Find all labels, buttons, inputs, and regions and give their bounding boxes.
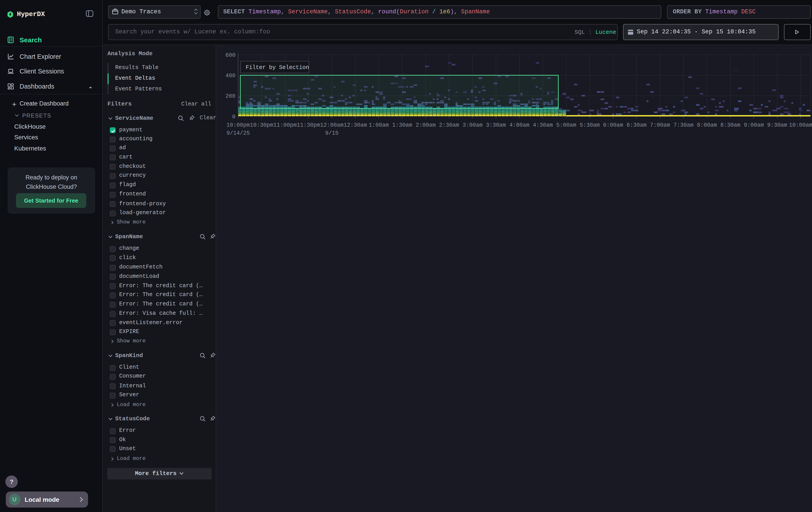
- svg-text:2:30am: 2:30am: [439, 122, 459, 129]
- svg-text:4:30am: 4:30am: [533, 122, 553, 129]
- svg-text:6:30am: 6:30am: [627, 122, 646, 129]
- svg-text:4:00am: 4:00am: [510, 122, 529, 129]
- svg-text:600: 600: [226, 52, 235, 58]
- svg-text:200: 200: [226, 93, 235, 100]
- svg-text:11:00pm: 11:00pm: [273, 122, 297, 129]
- svg-text:400: 400: [226, 73, 235, 79]
- svg-text:1:30am: 1:30am: [392, 122, 412, 129]
- svg-text:3:30am: 3:30am: [486, 122, 506, 129]
- svg-text:Filter by Selection: Filter by Selection: [246, 64, 309, 71]
- svg-text:12:00am: 12:00am: [320, 122, 344, 129]
- svg-text:12:30am: 12:30am: [344, 122, 367, 129]
- svg-text:8:30am: 8:30am: [720, 122, 741, 129]
- svg-text:9:30am: 9:30am: [767, 122, 787, 129]
- svg-text:9/14/25: 9/14/25: [226, 130, 250, 136]
- svg-text:10:00am: 10:00am: [789, 122, 812, 129]
- svg-text:5:30am: 5:30am: [580, 122, 600, 129]
- svg-text:0: 0: [232, 114, 235, 120]
- svg-text:7:30am: 7:30am: [673, 122, 694, 129]
- svg-text:8:00am: 8:00am: [697, 122, 717, 129]
- svg-text:1:00am: 1:00am: [369, 122, 389, 129]
- svg-text:9:00am: 9:00am: [744, 122, 764, 129]
- svg-text:11:30pm: 11:30pm: [297, 122, 320, 129]
- svg-text:3:00am: 3:00am: [462, 122, 483, 129]
- svg-text:10:30pm: 10:30pm: [250, 122, 273, 129]
- svg-text:6:00am: 6:00am: [603, 122, 623, 129]
- svg-text:9/15: 9/15: [325, 130, 339, 136]
- svg-text:7:00am: 7:00am: [650, 122, 670, 129]
- svg-text:10:00pm: 10:00pm: [226, 122, 250, 129]
- svg-text:5:00am: 5:00am: [556, 122, 576, 129]
- svg-text:2:00am: 2:00am: [415, 122, 436, 129]
